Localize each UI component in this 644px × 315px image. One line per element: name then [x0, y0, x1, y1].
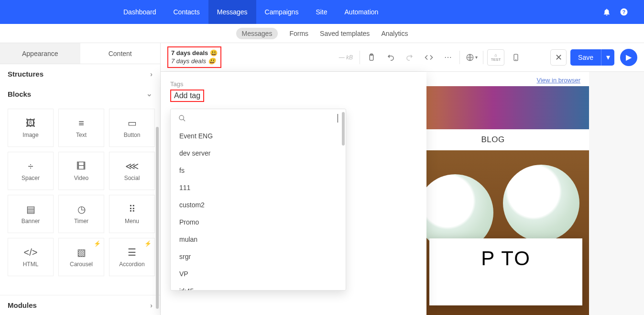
test-label: TEST [491, 57, 501, 62]
tag-option-label: mulan [179, 236, 197, 243]
subnav-forms[interactable]: Forms [289, 30, 308, 37]
nav-label: Site [316, 8, 327, 16]
preview-menu-blog[interactable]: BLOG [481, 135, 504, 145]
add-tag-label: Add tag [174, 91, 200, 100]
subnav-templates[interactable]: Saved templates [320, 30, 370, 37]
save-button-group: Save ▾ [570, 49, 614, 66]
tag-option[interactable]: VP [171, 265, 346, 282]
section-structures[interactable]: Structures › [0, 64, 160, 84]
tag-search-input[interactable] [190, 114, 334, 123]
undo-icon[interactable] [383, 50, 398, 65]
tag-option[interactable]: id:45 [171, 282, 346, 291]
more-icon[interactable]: ⋯ [440, 50, 456, 65]
mobile-preview-icon[interactable] [508, 50, 524, 65]
tag-option[interactable]: Event ENG [171, 127, 346, 145]
divider [459, 51, 460, 64]
redo-icon[interactable] [402, 50, 417, 65]
subnav-analytics[interactable]: Analytics [381, 30, 408, 37]
nav-messages[interactable]: Messages [208, 0, 256, 24]
close-button[interactable]: ✕ [550, 49, 567, 66]
nav-contacts[interactable]: Contacts [165, 0, 208, 24]
section-modules[interactable]: Modules › [0, 295, 160, 315]
block-spacer[interactable]: ÷Spacer [8, 152, 54, 190]
block-text[interactable]: ≡Text [58, 109, 104, 147]
tag-option[interactable]: custom2 [171, 196, 346, 214]
save-button[interactable]: Save [570, 49, 601, 66]
block-carousel[interactable]: ⚡▧Carousel [58, 238, 104, 276]
language-icon[interactable]: ▾ [464, 50, 479, 65]
block-menu[interactable]: ⠿Menu [109, 195, 155, 233]
tag-option[interactable]: 111 [171, 179, 346, 196]
share-icon: ⋘ [125, 160, 139, 172]
block-banner[interactable]: ▤Banner [8, 195, 54, 233]
subnav-label: Analytics [381, 30, 408, 37]
message-title-highlight[interactable]: 7 days deals 😃 7 days deals 😃 [167, 46, 221, 68]
search-icon [178, 114, 186, 122]
overlay-card: P TO [429, 238, 582, 305]
subnav-messages[interactable]: Messages [236, 28, 278, 39]
section-blocks[interactable]: Blocks ⌄ [0, 84, 160, 104]
timer-icon: ◷ [77, 203, 86, 215]
tag-option-label: custom2 [179, 201, 205, 209]
tag-option[interactable]: srgr [171, 248, 346, 265]
close-icon: ✕ [555, 52, 562, 63]
tag-option[interactable]: mulan [171, 231, 346, 248]
block-video[interactable]: 🎞Video [58, 152, 104, 190]
carousel-icon: ▧ [77, 247, 86, 258]
editor-area: 7 days deals 😃 7 days deals 😃 — kB ⋯ ▾ ⌂… [161, 43, 644, 315]
accordion-icon: ☰ [128, 247, 136, 258]
divider [360, 51, 360, 64]
run-button[interactable]: ▶ [620, 49, 637, 66]
sidebar-scrollbar[interactable] [156, 127, 159, 309]
nav-campaigns[interactable]: Campaigns [256, 0, 307, 24]
block-timer[interactable]: ◷Timer [58, 195, 104, 233]
code-view-icon[interactable] [421, 50, 437, 65]
divider [483, 51, 483, 64]
block-html[interactable]: </>HTML [8, 238, 54, 276]
tag-option[interactable]: fs [171, 162, 346, 179]
tag-option[interactable]: Promo [171, 214, 346, 231]
tab-label: Content [109, 50, 132, 57]
chevron-down-icon: ▾ [606, 53, 610, 62]
overlay-text: P TO [481, 247, 531, 270]
block-social[interactable]: ⋘Social [109, 152, 155, 190]
code-icon: </> [24, 247, 38, 258]
help-icon[interactable]: ? [615, 8, 633, 16]
clipboard-icon[interactable] [364, 50, 379, 65]
block-label: Accordion [119, 261, 144, 268]
block-accordion[interactable]: ⚡☰Accordion [109, 238, 155, 276]
tags-label: Tags [170, 80, 417, 88]
chevron-down-icon: ▾ [475, 55, 478, 60]
test-icon: ⌂ [494, 53, 497, 57]
emoji-icon: 😃 [210, 49, 218, 56]
title-text: 7 days deals [171, 49, 208, 56]
block-image[interactable]: 🖼Image [8, 109, 54, 147]
tab-appearance[interactable]: Appearance [0, 43, 80, 64]
nav-site[interactable]: Site [307, 0, 336, 24]
tab-content[interactable]: Content [80, 43, 161, 64]
save-dropdown[interactable]: ▾ [601, 49, 614, 66]
dropdown-scrollbar[interactable] [342, 112, 345, 146]
notifications-icon[interactable] [598, 8, 615, 16]
tag-option[interactable]: dev server [171, 145, 346, 162]
subnav-label: Forms [289, 30, 308, 37]
add-tag-highlight[interactable]: Add tag [170, 90, 204, 102]
nav-dashboard[interactable]: Dashboard [115, 0, 165, 24]
tag-option-label: Promo [179, 218, 199, 226]
svg-text:?: ? [622, 9, 625, 15]
test-button[interactable]: ⌂TEST [487, 49, 504, 66]
block-label: Banner [22, 218, 40, 225]
tag-option-label: dev server [179, 149, 210, 157]
file-size-label: — kB [339, 54, 353, 61]
menu-icon: ⠿ [129, 203, 136, 215]
view-in-browser-link[interactable]: View in browser [536, 77, 580, 84]
block-label: Spacer [22, 175, 40, 181]
editor-toolbar: 7 days deals 😃 7 days deals 😃 — kB ⋯ ▾ ⌂… [161, 43, 644, 72]
tag-option-label: srgr [179, 253, 191, 260]
top-nav: Dashboard Contacts Messages Campaigns Si… [0, 0, 644, 24]
block-button[interactable]: ▭Button [109, 109, 155, 147]
block-label: Carousel [70, 261, 93, 268]
nav-automation[interactable]: Automation [336, 0, 387, 24]
tab-label: Appearance [22, 50, 58, 57]
nav-label: Contacts [174, 8, 200, 16]
